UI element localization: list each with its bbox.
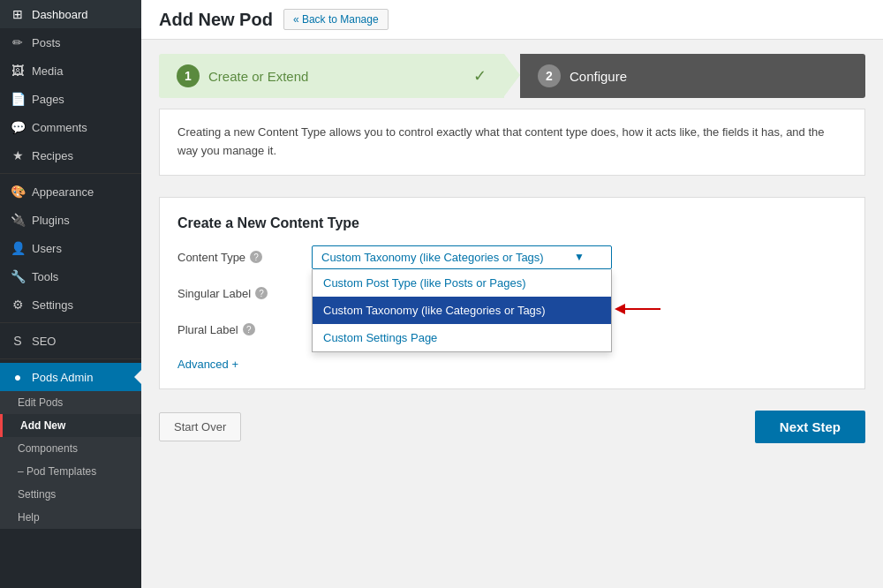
dropdown-item-post-type[interactable]: Custom Post Type (like Posts or Pages) xyxy=(313,269,611,297)
tools-icon: 🔧 xyxy=(11,269,25,283)
content-type-select[interactable]: Custom Taxonomy (like Categories or Tags… xyxy=(312,245,612,269)
content-type-dropdown: Custom Post Type (like Posts or Pages) C… xyxy=(312,269,612,352)
step-2-label: Configure xyxy=(570,69,627,84)
sidebar-submenu-components[interactable]: Components xyxy=(0,437,141,460)
taxonomy-label: Custom Taxonomy (like Categories or Tags… xyxy=(323,304,546,317)
seo-icon: S xyxy=(11,334,25,348)
page-title: Add New Pod xyxy=(159,10,273,30)
plural-help-icon[interactable]: ? xyxy=(243,323,255,335)
sidebar-item-label: Posts xyxy=(32,36,61,49)
sidebar-item-label: Comments xyxy=(32,121,87,134)
topbar: Add New Pod « Back to Manage xyxy=(141,0,883,40)
comments-icon: 💬 xyxy=(11,120,25,134)
step-wizard: 1 Create or Extend ✓ 2 Configure xyxy=(159,54,865,98)
pods-submenu: Edit Pods Add New Components – Pod Templ… xyxy=(0,391,141,529)
sidebar-item-plugins[interactable]: 🔌 Plugins xyxy=(0,206,141,234)
step-2: 2 Configure xyxy=(520,54,865,98)
pods-arrow xyxy=(134,370,141,384)
help-label: Help xyxy=(18,511,40,524)
sidebar-item-settings[interactable]: ⚙ Settings xyxy=(0,290,141,319)
sidebar-item-appearance[interactable]: 🎨 Appearance xyxy=(0,177,141,206)
sidebar-item-pods-admin[interactable]: ● Pods Admin xyxy=(0,363,141,391)
form-card: Create a New Content Type Content Type ?… xyxy=(159,197,865,389)
divider-3 xyxy=(0,358,141,359)
divider-1 xyxy=(0,173,141,174)
step-1-checkmark: ✓ xyxy=(473,66,487,86)
action-bar: Start Over Next Step xyxy=(159,411,865,443)
divider-2 xyxy=(0,322,141,323)
sidebar-item-users[interactable]: 👤 Users xyxy=(0,234,141,262)
singular-label: Singular Label ? xyxy=(177,287,301,300)
sidebar-item-label: Users xyxy=(32,242,62,255)
selected-value: Custom Taxonomy (like Categories or Tags… xyxy=(321,251,544,264)
start-over-button[interactable]: Start Over xyxy=(159,412,241,441)
components-label: Components xyxy=(18,442,78,455)
sidebar-item-label: Pods Admin xyxy=(32,371,93,384)
sidebar-item-media[interactable]: 🖼 Media xyxy=(0,57,141,85)
plural-label: Plural Label ? xyxy=(177,323,301,336)
description-text: Creating a new Content Type allows you t… xyxy=(177,124,847,161)
media-icon: 🖼 xyxy=(11,64,25,78)
appearance-icon: 🎨 xyxy=(11,185,25,199)
content-type-select-wrapper: Custom Taxonomy (like Categories or Tags… xyxy=(312,245,612,269)
sidebar-submenu-add-new[interactable]: Add New xyxy=(0,414,141,437)
users-icon: 👤 xyxy=(11,241,25,255)
add-new-label: Add New xyxy=(20,419,65,432)
sidebar-item-pages[interactable]: 📄 Pages xyxy=(0,85,141,113)
back-to-manage-button[interactable]: « Back to Manage xyxy=(283,9,389,30)
sidebar-item-dashboard[interactable]: ⊞ Dashboard xyxy=(0,0,141,28)
sidebar-item-label: Recipes xyxy=(32,149,73,162)
dropdown-item-settings-page[interactable]: Custom Settings Page xyxy=(313,324,611,351)
settings-sub-label: Settings xyxy=(18,488,56,501)
sidebar-item-label: Media xyxy=(32,64,63,78)
sidebar-item-label: Dashboard xyxy=(32,8,88,21)
arrow-line xyxy=(625,308,660,310)
step-2-number: 2 xyxy=(538,64,561,87)
posts-icon: ✏ xyxy=(11,35,25,49)
edit-pods-label: Edit Pods xyxy=(18,396,63,409)
sidebar-submenu-pod-templates[interactable]: – Pod Templates xyxy=(0,460,141,483)
sidebar-submenu-edit-pods[interactable]: Edit Pods xyxy=(0,391,141,414)
chevron-down-icon: ▼ xyxy=(574,251,585,263)
sidebar-submenu-settings[interactable]: Settings xyxy=(0,483,141,506)
sidebar-item-posts[interactable]: ✏ Posts xyxy=(0,28,141,57)
settings-icon: ⚙ xyxy=(11,298,25,312)
form-title: Create a New Content Type xyxy=(177,215,847,231)
dashboard-icon: ⊞ xyxy=(11,7,25,21)
sidebar-item-label: SEO xyxy=(32,335,56,348)
step-1-label: Create or Extend xyxy=(208,69,308,84)
next-step-button[interactable]: Next Step xyxy=(755,411,865,443)
sidebar-item-recipes[interactable]: ★ Recipes xyxy=(0,141,141,170)
step-arrow xyxy=(504,54,520,96)
content-type-row: Content Type ? Custom Taxonomy (like Cat… xyxy=(177,245,847,269)
pod-templates-label: – Pod Templates xyxy=(18,465,96,478)
step-1: 1 Create or Extend ✓ xyxy=(159,54,504,98)
plugins-icon: 🔌 xyxy=(11,213,25,227)
pods-icon: ● xyxy=(11,370,25,384)
sidebar-item-label: Settings xyxy=(32,298,73,312)
sidebar: ⊞ Dashboard ✏ Posts 🖼 Media 📄 Pages 💬 Co… xyxy=(0,0,141,588)
sidebar-item-label: Appearance xyxy=(32,185,94,199)
main-content: Add New Pod « Back to Manage 1 Create or… xyxy=(141,0,883,588)
sidebar-item-label: Plugins xyxy=(32,214,70,227)
sidebar-item-tools[interactable]: 🔧 Tools xyxy=(0,262,141,290)
content-type-help-icon[interactable]: ? xyxy=(250,251,262,263)
sidebar-item-label: Pages xyxy=(32,93,64,106)
sidebar-submenu-help[interactable]: Help xyxy=(0,506,141,529)
step-1-number: 1 xyxy=(177,64,200,87)
dropdown-item-taxonomy[interactable]: Custom Taxonomy (like Categories or Tags… xyxy=(313,297,611,324)
singular-help-icon[interactable]: ? xyxy=(255,287,268,299)
content-type-label: Content Type ? xyxy=(177,251,301,264)
sidebar-item-label: Tools xyxy=(32,270,58,283)
sidebar-item-comments[interactable]: 💬 Comments xyxy=(0,113,141,141)
advanced-link[interactable]: Advanced + xyxy=(177,358,238,371)
sidebar-item-seo[interactable]: S SEO xyxy=(0,327,141,355)
recipes-icon: ★ xyxy=(11,148,25,162)
description-area: Creating a new Content Type allows you t… xyxy=(159,109,865,176)
pages-icon: 📄 xyxy=(11,92,25,106)
